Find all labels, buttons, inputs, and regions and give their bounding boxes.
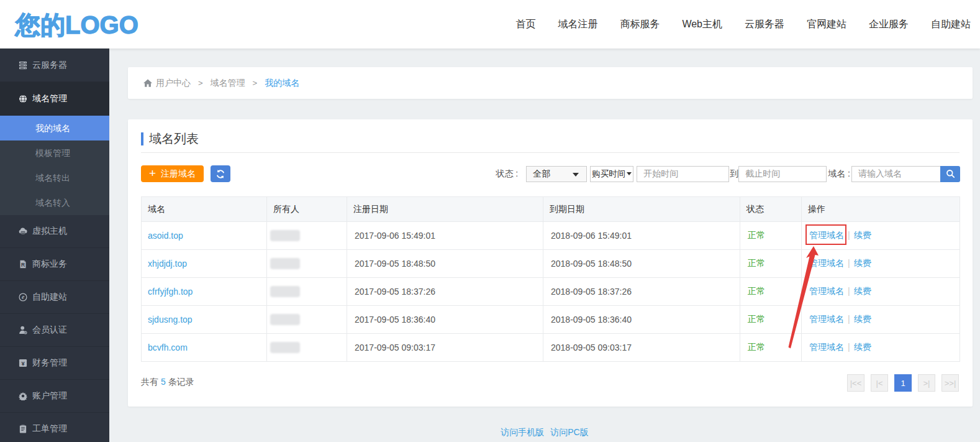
svg-text:¥: ¥ — [21, 361, 25, 367]
svg-text:R: R — [21, 262, 25, 268]
svg-text:e: e — [22, 294, 25, 300]
